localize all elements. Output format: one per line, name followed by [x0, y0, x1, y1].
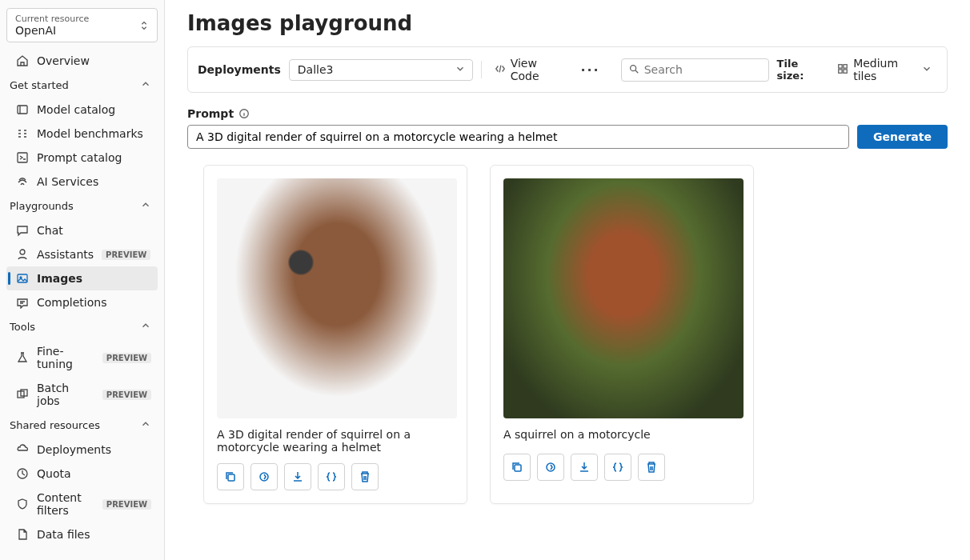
chevron-up-icon	[140, 418, 151, 432]
sidebar-item-model-benchmarks[interactable]: Model benchmarks	[6, 122, 158, 146]
code-icon	[495, 63, 506, 77]
preview-badge: PREVIEW	[102, 390, 151, 400]
sidebar: Current resource OpenAI Overview Get sta…	[0, 0, 165, 560]
resource-label: Current resource	[15, 14, 134, 24]
more-button[interactable]: ···	[575, 59, 604, 81]
chat-icon	[16, 224, 29, 237]
chevron-up-icon	[140, 199, 151, 213]
sidebar-item-assistants[interactable]: AssistantsPREVIEW	[6, 242, 158, 266]
deployment-value: Dalle3	[298, 63, 334, 76]
result-caption: A squirrel on a motorcycle	[503, 428, 740, 444]
deployments-label: Deployments	[198, 63, 281, 76]
result-card: A squirrel on a motorcycle	[490, 165, 754, 504]
prompt-row: Generate	[187, 125, 948, 149]
result-card: A 3D digital render of squirrel on a mot…	[203, 165, 467, 504]
prompt-icon	[16, 151, 29, 164]
svg-rect-14	[228, 474, 234, 481]
home-icon	[16, 54, 29, 67]
generate-button[interactable]: Generate	[857, 125, 948, 149]
svg-rect-3	[18, 274, 27, 282]
chevron-down-icon	[921, 63, 932, 77]
result-caption: A 3D digital render of squirrel on a mot…	[217, 428, 454, 454]
grid-icon	[837, 63, 848, 77]
result-actions	[503, 454, 740, 481]
sidebar-item-prompt-catalog[interactable]: Prompt catalog	[6, 146, 158, 170]
flask-icon	[16, 351, 29, 364]
search-input[interactable]	[644, 63, 762, 76]
svg-rect-12	[844, 69, 847, 72]
deployment-select[interactable]: Dalle3	[289, 59, 473, 81]
image-icon	[16, 272, 29, 285]
deploy-icon	[16, 443, 29, 456]
variation-button[interactable]	[251, 463, 278, 490]
delete-button[interactable]	[351, 463, 379, 490]
results-grid: A 3D digital render of squirrel on a mot…	[187, 165, 948, 504]
sidebar-item-fine-tuning[interactable]: Fine-tuningPREVIEW	[6, 339, 158, 376]
svg-point-8	[630, 65, 635, 70]
sidebar-item-images[interactable]: Images	[6, 266, 158, 290]
resource-value: OpenAI	[15, 24, 134, 37]
section-get-started[interactable]: Get started	[6, 73, 158, 98]
tile-size-label: Tile size:	[777, 58, 825, 82]
section-tools[interactable]: Tools	[6, 314, 158, 339]
json-button[interactable]	[604, 454, 631, 481]
info-icon[interactable]	[238, 108, 250, 119]
sidebar-item-quota[interactable]: Quota	[6, 462, 158, 486]
preview-badge: PREVIEW	[102, 353, 151, 363]
search-field[interactable]	[621, 58, 769, 82]
sidebar-item-overview[interactable]: Overview	[6, 49, 158, 73]
chevron-up-icon	[140, 320, 151, 334]
sidebar-item-label: Overview	[37, 54, 90, 67]
json-button[interactable]	[318, 463, 345, 490]
delete-button[interactable]	[638, 454, 665, 481]
file-icon	[16, 528, 29, 541]
variation-button[interactable]	[537, 454, 564, 481]
main-content: Images playground Deployments Dalle3 Vie…	[165, 0, 970, 560]
completions-icon	[16, 296, 29, 309]
catalog-icon	[16, 103, 29, 116]
svg-rect-11	[839, 69, 842, 72]
sidebar-item-data-files[interactable]: Data files	[6, 522, 158, 546]
chevrons-updown-icon	[138, 19, 150, 32]
download-button[interactable]	[284, 463, 311, 490]
svg-point-2	[20, 250, 25, 254]
sidebar-item-deployments[interactable]: Deployments	[6, 438, 158, 462]
toolbar: Deployments Dalle3 View Code ··· Tile si…	[187, 46, 948, 93]
copy-button[interactable]	[217, 463, 244, 490]
sidebar-item-content-filters[interactable]: Content filtersPREVIEW	[6, 486, 158, 522]
svg-rect-0	[18, 106, 27, 114]
chevron-down-icon	[455, 63, 466, 77]
section-playgrounds[interactable]: Playgrounds	[6, 194, 158, 218]
page-title: Images playground	[187, 11, 948, 35]
sidebar-item-completions[interactable]: Completions	[6, 290, 158, 314]
sidebar-item-model-catalog[interactable]: Model catalog	[6, 98, 158, 122]
result-image[interactable]	[217, 178, 457, 418]
shield-icon	[16, 498, 29, 510]
copy-button[interactable]	[503, 454, 531, 481]
tile-size-select[interactable]: Medium tiles	[832, 54, 937, 85]
view-code-button[interactable]: View Code	[490, 54, 568, 86]
sidebar-item-chat[interactable]: Chat	[6, 218, 158, 242]
section-shared-resources[interactable]: Shared resources	[6, 413, 158, 438]
assistant-icon	[16, 248, 29, 261]
svg-point-17	[547, 463, 555, 471]
prompt-input[interactable]	[187, 125, 849, 149]
resource-selector[interactable]: Current resource OpenAI	[6, 8, 158, 42]
services-icon	[16, 175, 29, 188]
result-image[interactable]	[503, 178, 744, 418]
svg-point-15	[260, 473, 268, 481]
sidebar-item-batch-jobs[interactable]: Batch jobsPREVIEW	[6, 376, 158, 413]
search-icon	[628, 62, 639, 78]
svg-rect-16	[515, 465, 521, 471]
batch-icon	[16, 388, 29, 401]
preview-badge: PREVIEW	[102, 499, 151, 510]
benchmark-icon	[16, 127, 29, 140]
prompt-label-row: Prompt	[187, 107, 948, 120]
chevron-up-icon	[140, 78, 151, 92]
svg-rect-10	[844, 64, 847, 67]
download-button[interactable]	[571, 454, 598, 481]
sidebar-item-ai-services[interactable]: AI Services	[6, 170, 158, 194]
result-actions	[217, 463, 454, 490]
svg-rect-9	[839, 64, 842, 67]
quota-icon	[16, 467, 29, 480]
